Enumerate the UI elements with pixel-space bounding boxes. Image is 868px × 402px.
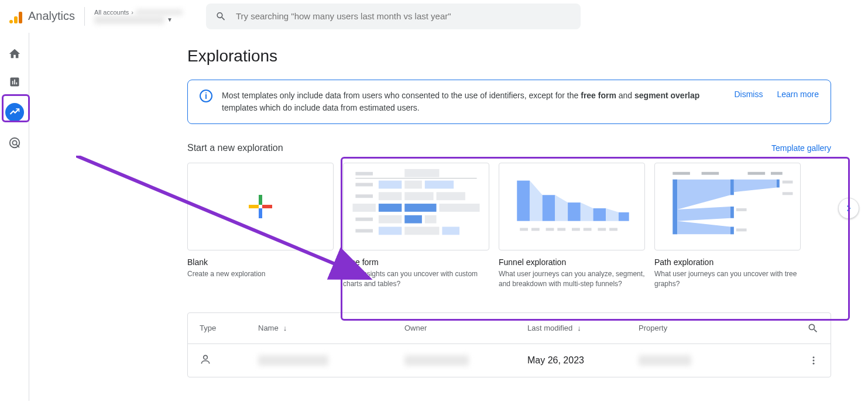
svg-rect-22 <box>379 227 402 235</box>
svg-point-59 <box>813 359 815 361</box>
template-card-funnel[interactable]: Funnel exploration What user journeys ca… <box>499 163 645 289</box>
svg-marker-32 <box>606 208 619 221</box>
svg-rect-49 <box>730 227 734 235</box>
card-preview-path <box>654 163 801 250</box>
svg-rect-29 <box>568 202 581 221</box>
template-card-free-form[interactable]: Free form What insights can you uncover … <box>343 163 489 289</box>
template-card-blank[interactable]: Blank Create a new exploration <box>187 163 334 289</box>
product-name: Analytics <box>28 9 75 23</box>
svg-rect-39 <box>584 228 592 231</box>
template-gallery-link[interactable]: Template gallery <box>771 143 831 153</box>
name-redacted <box>258 355 328 366</box>
learn-more-link[interactable]: Learn more <box>777 90 819 99</box>
card-title: Path exploration <box>654 257 801 267</box>
svg-rect-19 <box>404 215 422 224</box>
main-content: Explorations i Most templates only inclu… <box>29 33 868 401</box>
svg-rect-13 <box>352 204 375 212</box>
svg-rect-33 <box>619 212 629 221</box>
nav-advertising[interactable] <box>8 136 22 150</box>
info-banner: i Most templates only include data from … <box>187 80 831 124</box>
svg-rect-2 <box>355 172 373 176</box>
svg-point-58 <box>813 356 815 358</box>
property-name-redacted <box>94 16 164 24</box>
dismiss-button[interactable]: Dismiss <box>734 90 763 99</box>
chevron-right-icon <box>843 202 855 214</box>
card-preview-free-form <box>343 163 489 250</box>
svg-rect-47 <box>730 180 734 195</box>
svg-rect-9 <box>355 194 373 198</box>
advertising-icon <box>8 136 21 149</box>
svg-rect-24 <box>442 227 459 235</box>
svg-point-1 <box>12 140 16 145</box>
info-icon: i <box>200 90 212 102</box>
svg-rect-8 <box>425 181 454 189</box>
card-title: Blank <box>187 257 334 267</box>
card-desc: What insights can you uncover with custo… <box>343 269 489 289</box>
svg-rect-12 <box>437 192 465 200</box>
svg-rect-48 <box>730 207 734 218</box>
col-header-owner[interactable]: Owner <box>404 324 527 332</box>
more-vert-icon[interactable] <box>808 355 819 366</box>
template-card-path[interactable]: Path exploration What user journeys can … <box>654 163 801 289</box>
nav-reports[interactable] <box>8 75 22 89</box>
svg-rect-46 <box>673 180 677 235</box>
banner-text: Most templates only include data from us… <box>222 90 725 114</box>
explore-icon <box>9 107 20 118</box>
explorations-table: Type Name↓ Owner Last modified↓ Property… <box>187 312 831 377</box>
search-bar[interactable] <box>206 4 581 29</box>
svg-rect-34 <box>520 228 528 231</box>
svg-rect-41 <box>609 228 617 231</box>
sort-down-icon: ↓ <box>577 324 581 332</box>
svg-rect-37 <box>557 228 565 231</box>
owner-redacted <box>404 355 469 366</box>
svg-rect-23 <box>404 227 439 235</box>
table-row[interactable]: May 26, 2023 <box>188 344 831 377</box>
svg-rect-27 <box>543 195 555 221</box>
svg-rect-18 <box>379 215 402 224</box>
card-desc: Create a new exploration <box>187 269 334 279</box>
search-icon <box>215 11 227 22</box>
svg-marker-30 <box>581 202 593 221</box>
side-navigation <box>0 33 29 401</box>
card-desc: What user journeys can you analyze, segm… <box>499 269 645 289</box>
col-header-modified[interactable]: Last modified↓ <box>527 324 639 332</box>
account-label: All accounts <box>94 9 129 16</box>
svg-rect-54 <box>736 228 747 231</box>
col-header-property[interactable]: Property <box>639 324 791 332</box>
product-logo[interactable]: Analytics <box>9 9 75 23</box>
svg-rect-43 <box>702 172 719 175</box>
nav-home[interactable] <box>8 47 22 61</box>
svg-rect-50 <box>777 180 780 188</box>
svg-point-60 <box>813 362 815 364</box>
reports-icon <box>9 76 20 88</box>
svg-rect-31 <box>593 208 606 221</box>
template-cards: Blank Create a new exploration <box>187 163 849 289</box>
account-name-redacted <box>136 9 183 15</box>
card-desc: What user journeys can you uncover with … <box>654 269 801 289</box>
carousel-next-button[interactable] <box>838 198 859 219</box>
section-title: Start a new exploration <box>187 143 283 153</box>
search-icon[interactable] <box>807 322 819 334</box>
analytics-logo-icon <box>9 9 23 23</box>
svg-rect-5 <box>355 183 373 187</box>
nav-explore[interactable] <box>5 103 24 122</box>
property-redacted <box>639 355 691 366</box>
svg-rect-35 <box>531 228 540 231</box>
svg-rect-6 <box>379 181 402 189</box>
table-header-row: Type Name↓ Owner Last modified↓ Property <box>188 313 831 344</box>
card-title: Funnel exploration <box>499 257 645 267</box>
col-header-type[interactable]: Type <box>200 324 258 332</box>
svg-rect-21 <box>355 229 373 232</box>
svg-rect-11 <box>404 192 433 200</box>
col-header-name[interactable]: Name↓ <box>258 324 404 332</box>
account-selector[interactable]: All accounts › ▼ <box>94 9 183 24</box>
svg-rect-36 <box>546 228 554 231</box>
svg-marker-26 <box>530 181 543 221</box>
header-divider <box>84 7 85 26</box>
svg-marker-28 <box>555 195 568 221</box>
app-header: Analytics All accounts › ▼ <box>0 0 868 33</box>
card-preview-blank <box>187 163 334 250</box>
search-input[interactable] <box>236 11 571 21</box>
cell-modified: May 26, 2023 <box>527 355 639 366</box>
plus-icon <box>249 195 272 218</box>
